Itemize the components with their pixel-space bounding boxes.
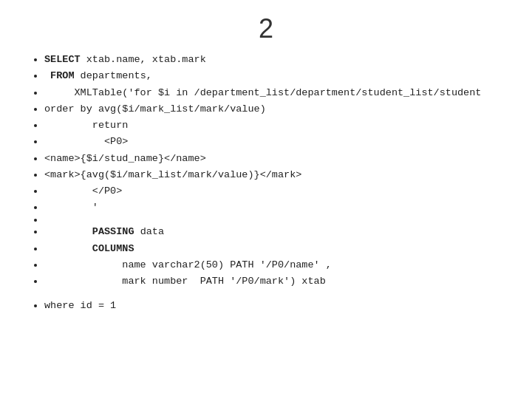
footer-line: where id = 1 bbox=[44, 298, 517, 314]
code-line-6: <name>{$i/stud_name}</name> bbox=[44, 151, 517, 167]
code-content: SELECT xtab.name, xtab.mark FROM departm… bbox=[0, 52, 532, 314]
code-line-0: SELECT xtab.name, xtab.mark bbox=[44, 52, 517, 68]
code-line-5: <P0> bbox=[44, 134, 517, 150]
code-line-3: order by avg($i/mark_list/mark/value) bbox=[44, 101, 517, 117]
code-line-4: return bbox=[44, 117, 517, 134]
code-list: SELECT xtab.name, xtab.mark FROM departm… bbox=[30, 52, 517, 290]
code-line-1: FROM departments, bbox=[44, 68, 517, 84]
code-line-14: mark number PATH '/P0/mark') xtab bbox=[44, 273, 517, 290]
code-line-8: </P0> bbox=[44, 183, 517, 200]
code-line-12: COLUMNS bbox=[44, 241, 517, 257]
code-line-2: XMLTable('for $i in /department_list/dep… bbox=[44, 85, 517, 101]
code-line-9: ' bbox=[44, 200, 517, 216]
footer-list: where id = 1 bbox=[30, 298, 517, 314]
code-line-11: PASSING data bbox=[44, 224, 517, 240]
code-line-10 bbox=[44, 216, 517, 225]
code-line-13: name varchar2(50) PATH '/P0/name' , bbox=[44, 257, 517, 273]
page-number: 2 bbox=[0, 0, 532, 52]
code-line-7: <mark>{avg($i/mark_list/mark/value)}</ma… bbox=[44, 167, 517, 183]
